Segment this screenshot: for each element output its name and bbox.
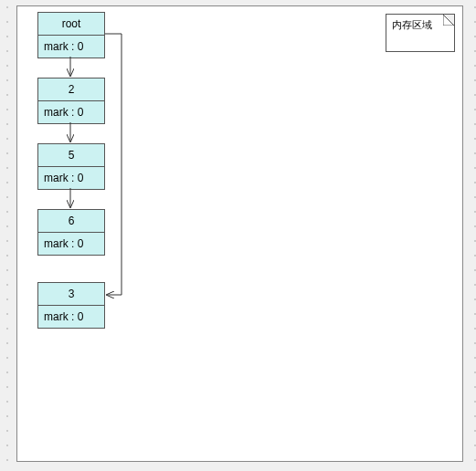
note-label: 内存区域: [392, 19, 432, 30]
node-title: 6: [38, 210, 104, 233]
node-5: 5 mark : 0: [37, 143, 105, 190]
node-title: 5: [38, 144, 104, 167]
node-mark: mark : 0: [38, 167, 104, 189]
diagram-canvas: 内存区域 root mark : 0 2 mark : 0 5 mark : 0…: [16, 5, 463, 462]
node-mark: mark : 0: [38, 233, 104, 255]
node-title: 3: [38, 283, 104, 306]
node-2: 2 mark : 0: [37, 78, 105, 124]
node-3: 3 mark : 0: [37, 282, 105, 329]
node-mark: mark : 0: [38, 36, 104, 58]
node-title: root: [38, 13, 104, 36]
node-6: 6 mark : 0: [37, 209, 105, 256]
memory-region-note: 内存区域: [386, 14, 455, 52]
edge-root-3: [105, 34, 122, 295]
node-root: root mark : 0: [37, 12, 105, 58]
node-title: 2: [38, 78, 104, 101]
node-mark: mark : 0: [38, 306, 104, 328]
node-mark: mark : 0: [38, 101, 104, 123]
